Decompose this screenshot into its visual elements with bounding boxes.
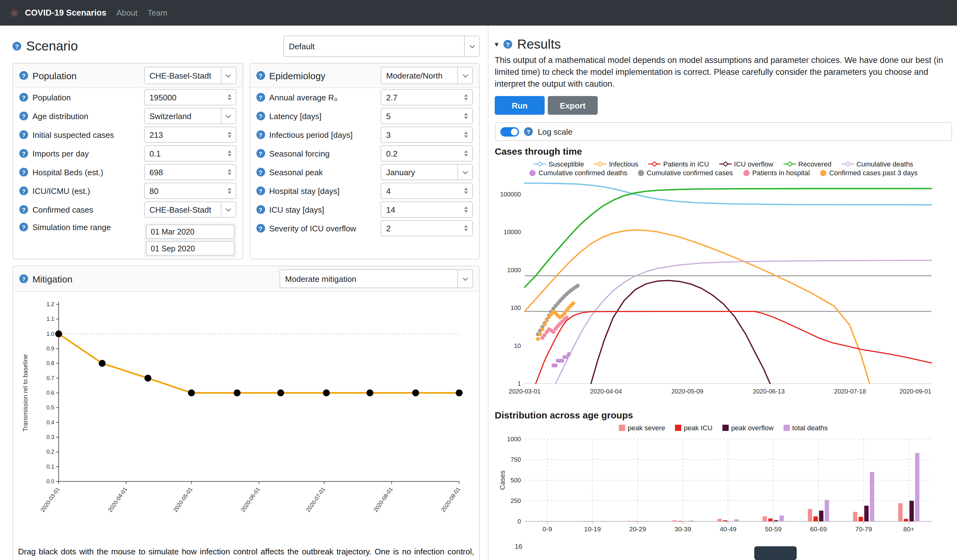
- bar-peak-severe[interactable]: [717, 519, 722, 522]
- help-icon[interactable]: ?: [256, 130, 265, 139]
- bar-peak-severe[interactable]: [853, 512, 858, 522]
- legend-item[interactable]: peak overflow: [722, 424, 774, 432]
- help-icon[interactable]: ?: [256, 224, 265, 233]
- legend-item[interactable]: Patients in hospital: [743, 169, 810, 177]
- date-end-input[interactable]: 01 Sep 2020: [146, 241, 234, 256]
- mitigation-preset-select[interactable]: Moderate mitigation: [280, 270, 473, 288]
- spinner-icon[interactable]: [462, 113, 471, 119]
- help-icon[interactable]: ?: [19, 130, 28, 139]
- help-icon[interactable]: ?: [256, 149, 265, 158]
- population-input[interactable]: 195000: [144, 89, 236, 106]
- collapse-caret-icon[interactable]: ▾: [495, 40, 499, 49]
- legend-item[interactable]: Susceptible: [534, 161, 584, 168]
- initial-suspected-cases-input[interactable]: 213: [144, 126, 236, 143]
- mitigation-chart[interactable]: 0.00.10.20.30.40.50.60.70.80.91.01.11.22…: [18, 294, 474, 545]
- mitigation-drag-dot[interactable]: [188, 390, 195, 396]
- population-preset-select[interactable]: CHE-Basel-Stadt: [144, 67, 236, 84]
- help-icon[interactable]: ?: [19, 149, 28, 158]
- spinner-icon[interactable]: [225, 169, 234, 175]
- latency-input[interactable]: 5: [381, 108, 473, 124]
- mitigation-drag-dot[interactable]: [99, 360, 106, 367]
- legend-item[interactable]: total deaths: [783, 424, 828, 432]
- legend-item[interactable]: peak ICU: [675, 424, 712, 432]
- seasonal-peak-select[interactable]: January: [381, 164, 473, 180]
- cases-chart[interactable]: 1101001000100001000002020-03-012020-04-0…: [495, 178, 939, 404]
- mitigation-drag-dot[interactable]: [412, 390, 418, 396]
- icu-stay-input[interactable]: 14: [381, 202, 473, 218]
- run-button[interactable]: Run: [495, 96, 545, 115]
- spinner-icon[interactable]: [225, 150, 234, 156]
- help-icon[interactable]: ?: [19, 274, 28, 283]
- bar-peak-severe[interactable]: [808, 509, 812, 522]
- bar-total-deaths[interactable]: [599, 521, 603, 522]
- age-distribution-chart[interactable]: 025050075010000-910-1920-2930-3940-4950-…: [495, 433, 939, 540]
- help-icon[interactable]: ?: [19, 112, 28, 120]
- bar-total-deaths[interactable]: [780, 516, 784, 521]
- mitigation-drag-dot[interactable]: [455, 390, 462, 396]
- epidemiology-preset-select[interactable]: Moderate/North: [381, 67, 473, 84]
- spinner-icon[interactable]: [225, 188, 234, 194]
- spinner-icon[interactable]: [462, 188, 471, 194]
- bar-total-deaths[interactable]: [915, 453, 919, 522]
- bar-peak-overflow[interactable]: [819, 511, 823, 522]
- export-button[interactable]: Export: [548, 96, 598, 115]
- help-icon[interactable]: ?: [19, 205, 28, 214]
- help-icon[interactable]: ?: [256, 71, 265, 80]
- bar-peak-ICU[interactable]: [768, 519, 773, 522]
- help-icon[interactable]: ?: [19, 71, 28, 80]
- bar-peak-overflow[interactable]: [774, 521, 778, 522]
- help-icon[interactable]: ?: [256, 112, 265, 120]
- spinner-icon[interactable]: [462, 132, 471, 138]
- bar-peak-severe[interactable]: [627, 521, 631, 522]
- legend-item[interactable]: Cumulative confirmed deaths: [529, 169, 627, 177]
- bar-total-deaths[interactable]: [825, 500, 829, 522]
- help-icon[interactable]: ?: [19, 93, 28, 102]
- legend-item[interactable]: Patients in ICU: [648, 161, 709, 168]
- bar-total-deaths[interactable]: [644, 521, 648, 522]
- imports-per-day-input[interactable]: 0.1: [144, 145, 236, 161]
- bar-peak-severe[interactable]: [582, 521, 586, 522]
- mitigation-drag-dot[interactable]: [277, 390, 284, 396]
- hospital-beds-input[interactable]: 698: [144, 164, 236, 180]
- help-icon[interactable]: ?: [524, 128, 533, 136]
- bar-peak-ICU[interactable]: [678, 521, 682, 522]
- age-distribution-select[interactable]: Switzerland: [144, 108, 236, 124]
- bar-peak-severe[interactable]: [672, 521, 677, 522]
- confirmed-cases-select[interactable]: CHE-Basel-Stadt: [144, 202, 236, 218]
- help-icon[interactable]: ?: [504, 40, 512, 49]
- bar-peak-overflow[interactable]: [910, 501, 914, 522]
- mitigation-drag-dot[interactable]: [322, 390, 329, 396]
- severity-icu-overflow-input[interactable]: 2: [381, 220, 473, 237]
- r0-input[interactable]: 2.7: [381, 89, 473, 106]
- nav-link-about[interactable]: About: [116, 8, 137, 17]
- mitigation-drag-dot[interactable]: [233, 390, 240, 396]
- bar-total-deaths[interactable]: [689, 521, 693, 522]
- bar-peak-ICU[interactable]: [633, 521, 637, 522]
- help-icon[interactable]: ?: [256, 168, 265, 177]
- bar-total-deaths[interactable]: [870, 472, 874, 522]
- bar-peak-ICU[interactable]: [813, 517, 818, 522]
- legend-item[interactable]: ICU overflow: [719, 161, 773, 168]
- spinner-icon[interactable]: [462, 150, 471, 156]
- infectious-period-input[interactable]: 3: [381, 126, 473, 143]
- nav-link-team[interactable]: Team: [148, 8, 167, 17]
- hospital-stay-input[interactable]: 4: [381, 183, 473, 199]
- seasonal-forcing-input[interactable]: 0.2: [381, 145, 473, 161]
- mitigation-drag-dot[interactable]: [55, 331, 62, 338]
- log-scale-toggle[interactable]: [500, 127, 519, 137]
- spinner-icon[interactable]: [225, 94, 234, 100]
- help-icon[interactable]: ?: [19, 222, 28, 231]
- bar-peak-severe[interactable]: [899, 503, 903, 522]
- bar-peak-ICU[interactable]: [859, 517, 863, 522]
- spinner-icon[interactable]: [462, 94, 471, 100]
- spinner-icon[interactable]: [462, 225, 471, 231]
- help-icon[interactable]: ?: [19, 186, 28, 195]
- legend-item[interactable]: Cumulative deaths: [841, 161, 913, 168]
- scenario-preset-select[interactable]: Default: [283, 36, 480, 57]
- help-icon[interactable]: ?: [256, 186, 265, 195]
- legend-item[interactable]: Recovered: [783, 161, 831, 168]
- bar-peak-ICU[interactable]: [904, 519, 908, 522]
- legend-item[interactable]: Infectious: [594, 161, 638, 168]
- help-icon[interactable]: ?: [13, 42, 21, 50]
- bar-peak-ICU[interactable]: [723, 521, 727, 522]
